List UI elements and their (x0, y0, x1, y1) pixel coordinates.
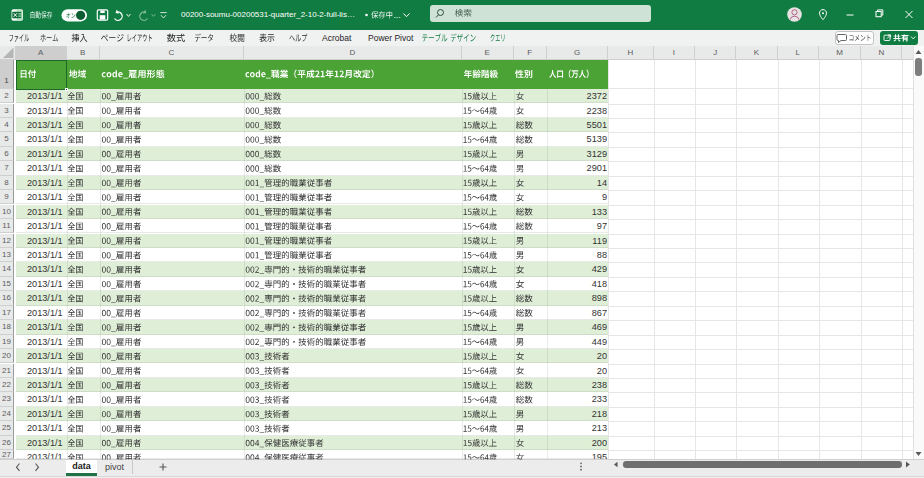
svg-text:...: ... (394, 10, 401, 20)
